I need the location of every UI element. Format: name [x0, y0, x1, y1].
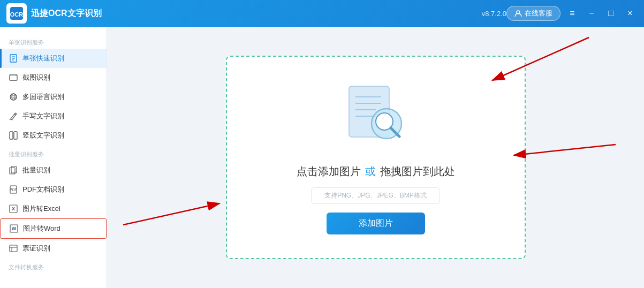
sidebar-item-single-fast[interactable]: 单张快速识别: [0, 49, 107, 68]
drop-zone[interactable]: 点击添加图片 或 拖拽图片到此处 支持PNG、JPG、JPEG、BMP格式 添加…: [226, 56, 526, 259]
sidebar-item-label: 手写文字识别: [22, 111, 64, 121]
maximize-button[interactable]: □: [603, 6, 618, 21]
sidebar-item-vertical[interactable]: 竖版文字识别: [0, 126, 107, 145]
voucher-icon: [9, 244, 18, 253]
title-controls: 在线客服 ≡ − □ ×: [506, 6, 638, 21]
sidebar-item-pdf[interactable]: PDF PDF文档识别: [0, 180, 107, 199]
sidebar-item-screenshot[interactable]: 截图识别: [0, 68, 107, 87]
sidebar-item-label: 图片转Word: [23, 224, 60, 233]
sidebar-item-label: 单张快速识别: [22, 54, 64, 63]
menu-button[interactable]: ≡: [565, 6, 580, 21]
sidebar-item-voucher[interactable]: 票证识别: [0, 239, 107, 258]
svg-text:X: X: [12, 206, 15, 211]
svg-rect-25: [10, 245, 17, 252]
svg-line-14: [10, 119, 11, 120]
svg-text:PDF: PDF: [10, 188, 17, 192]
svg-text:W: W: [12, 226, 17, 231]
word-icon: W: [9, 224, 19, 233]
sidebar-item-label: 多国语言识别: [22, 92, 64, 102]
drop-zone-main-text: 点击添加图片 或 拖拽图片到此处: [297, 164, 455, 179]
batch-icon: [9, 165, 18, 175]
illustration: [333, 81, 419, 156]
sidebar-section-file: 文件转换服务: [0, 258, 107, 274]
svg-line-39: [123, 203, 219, 225]
vertical-icon: [9, 131, 18, 140]
title-bar: OCR 迅捷OCR文字识别 v8.7.2.0 在线客服 ≡ − □ ×: [0, 0, 644, 27]
sidebar-item-label: PDF文档识别: [22, 185, 64, 194]
sidebar-item-batch[interactable]: 批量识别: [0, 161, 107, 180]
main-layout: 单张识别服务 单张快速识别 截图识别 多国语言识别 手写文字识别: [0, 27, 644, 288]
sidebar-section-batch: 批量识别服务: [0, 145, 107, 161]
app-version: v8.7.2.0: [482, 10, 506, 18]
svg-rect-7: [10, 75, 17, 80]
svg-rect-15: [10, 132, 13, 139]
sidebar-item-label: 截图识别: [22, 73, 50, 82]
handwriting-icon: [9, 111, 18, 121]
sidebar-item-label: 竖版文字识别: [22, 131, 64, 140]
format-hint: 支持PNG、JPG、JPEG、BMP格式: [311, 187, 440, 204]
sidebar-item-handwriting[interactable]: 手写文字识别: [0, 107, 107, 126]
multilang-icon: [9, 92, 18, 102]
svg-text:OCR: OCR: [10, 11, 24, 18]
svg-point-11: [12, 94, 15, 100]
online-service-label: 在线客服: [525, 9, 552, 18]
sidebar-section-single: 单张识别服务: [0, 33, 107, 49]
single-fast-icon: [9, 54, 18, 63]
app-name: 迅捷OCR文字识别: [31, 8, 479, 19]
pdf-icon: PDF: [9, 185, 18, 194]
sidebar-item-label: 票证识别: [22, 244, 50, 253]
sidebar: 单张识别服务 单张快速识别 截图识别 多国语言识别 手写文字识别: [0, 27, 107, 288]
excel-icon: X: [9, 204, 18, 214]
minimize-button[interactable]: −: [584, 6, 599, 21]
content-area: 点击添加图片 或 拖拽图片到此处 支持PNG、JPG、JPEG、BMP格式 添加…: [107, 27, 644, 288]
screenshot-icon: [9, 73, 18, 82]
sidebar-item-label: 图片转Excel: [22, 204, 60, 214]
online-service-button[interactable]: 在线客服: [506, 6, 560, 21]
app-logo: OCR: [6, 3, 27, 24]
sidebar-item-multilang[interactable]: 多国语言识别: [0, 87, 107, 107]
sidebar-item-label: 批量识别: [22, 165, 50, 175]
svg-line-38: [514, 145, 616, 155]
svg-point-10: [10, 94, 17, 100]
add-image-button[interactable]: 添加图片: [327, 213, 425, 234]
sidebar-item-img-word[interactable]: W 图片转Word: [0, 218, 107, 239]
sidebar-item-img-excel[interactable]: X 图片转Excel: [0, 199, 107, 218]
close-button[interactable]: ×: [623, 6, 638, 21]
svg-rect-16: [14, 132, 17, 139]
